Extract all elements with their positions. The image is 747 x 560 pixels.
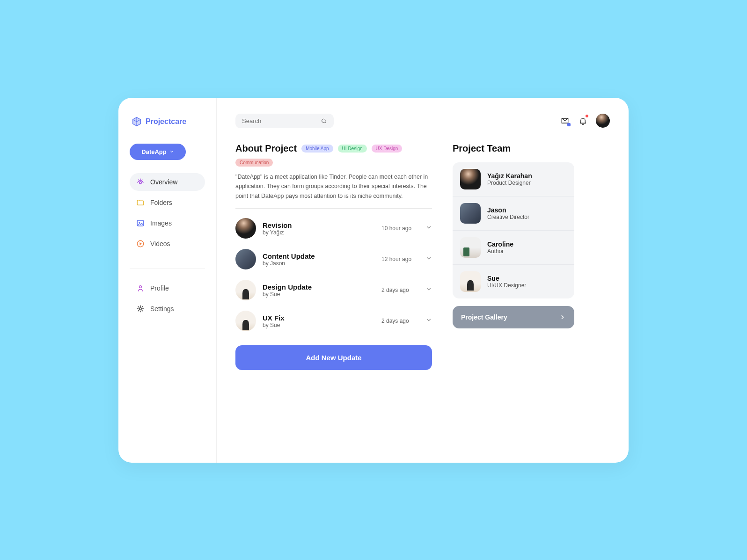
team-member-row[interactable]: Caroline Author [453, 231, 574, 265]
sidebar-item-images[interactable]: Images [130, 214, 205, 232]
update-avatar [235, 218, 256, 239]
update-author: by Yağız [263, 229, 375, 236]
gear-icon [136, 305, 145, 313]
notifications-button[interactable] [578, 116, 587, 125]
update-info: Content Update by Jason [263, 252, 375, 267]
sidebar-item-label: Videos [150, 240, 170, 247]
update-title: Content Update [263, 252, 375, 260]
app-window: Projectcare DateApp Overview Folders [118, 98, 629, 463]
update-info: Revision by Yağız [263, 221, 375, 236]
sidebar-divider [130, 269, 205, 269]
sidebar-item-label: Overview [150, 178, 177, 186]
update-row[interactable]: Revision by Yağız 10 hour ago [235, 218, 432, 239]
team-member-name: Yağız Karahan [487, 172, 532, 180]
team-member-role: UI/UX Designer [487, 282, 526, 289]
bell-icon [579, 116, 587, 125]
team-member-row[interactable]: Sue UI/UX Designer [453, 265, 574, 298]
project-gallery-button[interactable]: Project Gallery [453, 306, 574, 328]
main-area: About Project Mobile App UI Design UX De… [217, 98, 629, 463]
update-info: UX Fix by Sue [263, 314, 375, 328]
sidebar-item-settings[interactable]: Settings [130, 300, 205, 318]
update-row[interactable]: Content Update by Jason 12 hour ago [235, 249, 432, 269]
expand-button[interactable] [425, 286, 432, 294]
update-avatar [235, 311, 256, 331]
add-update-button[interactable]: Add New Update [235, 345, 432, 370]
sidebar-item-folders[interactable]: Folders [130, 194, 205, 211]
update-row[interactable]: UX Fix by Sue 2 days ago [235, 311, 432, 331]
update-time: 10 hour ago [381, 225, 419, 232]
brand-logo: Projectcare [132, 116, 205, 127]
update-title: Design Update [263, 283, 375, 291]
folder-icon [136, 198, 145, 207]
project-tag: UI Design [338, 145, 367, 153]
expand-button[interactable] [425, 317, 432, 325]
team-title: Project Team [453, 143, 574, 154]
divider [235, 208, 432, 209]
project-tag: Communation [235, 159, 273, 167]
update-row[interactable]: Design Update by Sue 2 days ago [235, 280, 432, 300]
update-time: 2 days ago [381, 287, 419, 293]
image-icon [136, 219, 145, 227]
chevron-down-icon [425, 286, 432, 292]
topbar [235, 114, 610, 128]
expand-button[interactable] [425, 224, 432, 233]
brand-icon [132, 116, 142, 127]
gallery-label: Project Gallery [461, 313, 507, 321]
team-member-name: Sue [487, 275, 526, 282]
update-avatar [235, 280, 256, 300]
update-title: UX Fix [263, 314, 375, 322]
sidebar-item-overview[interactable]: Overview [130, 173, 205, 191]
search-input[interactable] [242, 117, 321, 124]
updates-list: Revision by Yağız 10 hour ago Content Up… [235, 218, 432, 331]
brand-name: Projectcare [146, 117, 186, 126]
team-member-name: Jason [487, 206, 529, 214]
team-info: Sue UI/UX Designer [487, 275, 526, 289]
profile-icon [136, 284, 145, 292]
team-card: Yağız Karahan Product Designer Jason Cre… [453, 162, 574, 298]
inbox-badge [567, 123, 571, 126]
update-time: 12 hour ago [381, 256, 419, 262]
team-info: Caroline Author [487, 240, 513, 255]
update-author: by Sue [263, 322, 375, 328]
update-author: by Sue [263, 291, 375, 298]
about-header: About Project Mobile App UI Design UX De… [235, 143, 432, 167]
user-avatar[interactable] [596, 114, 610, 128]
svg-point-0 [139, 182, 142, 184]
sidebar-nav: Overview Folders Images Videos [130, 173, 205, 253]
team-member-row[interactable]: Jason Creative Director [453, 196, 574, 231]
project-tag: UX Design [372, 145, 403, 153]
topbar-actions [560, 114, 610, 128]
svg-point-4 [139, 285, 142, 288]
team-member-name: Caroline [487, 240, 513, 248]
team-member-row[interactable]: Yağız Karahan Product Designer [453, 162, 574, 196]
team-column: Project Team Yağız Karahan Product Desig… [453, 143, 574, 447]
sidebar-item-videos[interactable]: Videos [130, 235, 205, 253]
chevron-down-icon [425, 317, 432, 323]
svg-point-2 [139, 222, 140, 223]
update-time: 2 days ago [381, 318, 419, 324]
team-avatar [460, 169, 481, 189]
team-info: Jason Creative Director [487, 206, 529, 220]
inbox-button[interactable] [560, 116, 570, 125]
expand-button[interactable] [425, 255, 432, 263]
about-description: "DateApp" is a meet application like Tin… [235, 172, 432, 201]
team-member-role: Creative Director [487, 214, 529, 220]
content-columns: About Project Mobile App UI Design UX De… [235, 143, 610, 447]
update-info: Design Update by Sue [263, 283, 375, 298]
about-column: About Project Mobile App UI Design UX De… [235, 143, 432, 447]
search-box[interactable] [235, 114, 334, 128]
chevron-right-icon [559, 314, 566, 320]
project-selector-button[interactable]: DateApp [130, 144, 186, 160]
about-title: About Project [235, 143, 297, 154]
sidebar-item-label: Settings [150, 305, 174, 313]
update-author: by Jason [263, 260, 375, 267]
sidebar-item-profile[interactable]: Profile [130, 279, 205, 297]
team-avatar [460, 237, 481, 258]
update-avatar [235, 249, 256, 269]
team-member-role: Author [487, 248, 513, 255]
project-selector-label: DateApp [141, 148, 166, 155]
team-avatar [460, 203, 481, 224]
svg-point-5 [139, 307, 142, 310]
notification-badge [586, 115, 588, 117]
sidebar-item-label: Folders [150, 199, 172, 206]
